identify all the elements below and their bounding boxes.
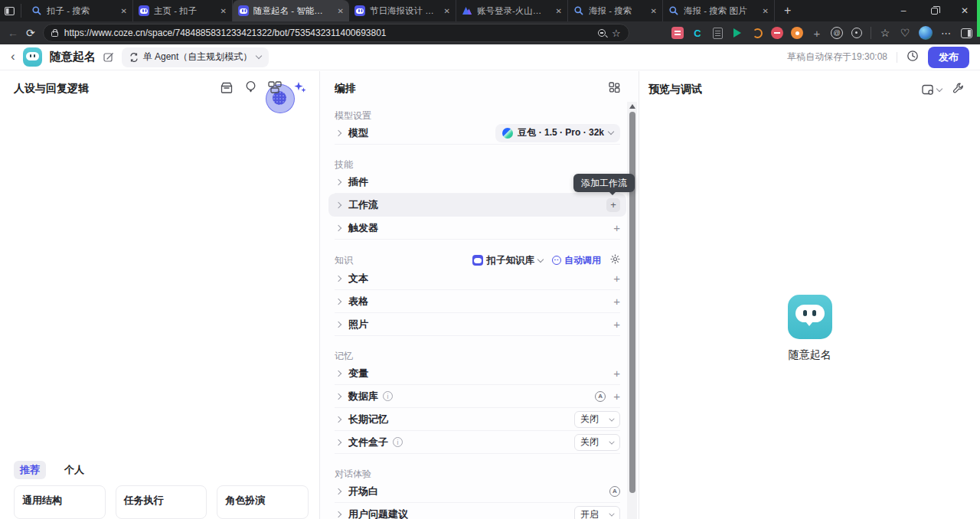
tab-close-icon[interactable]: ✕ (763, 7, 769, 15)
tab-recommend[interactable]: 推荐 (14, 461, 46, 479)
longterm-memory-select[interactable]: 关闭 (574, 411, 620, 428)
add-trigger-button[interactable]: + (613, 222, 620, 233)
reload-button[interactable]: ⟳ (26, 28, 35, 38)
browser-tab[interactable]: 海报 - 搜索 ✕ (568, 0, 663, 21)
extension-glyph-icon[interactable] (851, 27, 863, 39)
collections-icon[interactable]: ☆ (879, 27, 891, 39)
window-restore-button[interactable] (919, 0, 949, 21)
row-knowledge-photo[interactable]: 照片 + (335, 313, 620, 336)
ai-optimize-sparkle-icon[interactable] (293, 80, 307, 94)
browser-tab[interactable]: 账号登录-火山引擎 ✕ (456, 0, 568, 21)
knowledge-base-selector[interactable]: 扣子知识库 (472, 254, 544, 267)
extension-red-icon[interactable] (671, 27, 684, 39)
url-text[interactable]: https://www.coze.cn/space/74848858312334… (64, 28, 592, 38)
add-text-knowledge-button[interactable]: + (613, 273, 620, 284)
avatar-face-tail (805, 322, 813, 330)
workspaces-icon[interactable] (5, 4, 21, 18)
suggestion-select[interactable]: 开启 (574, 506, 620, 519)
auto-invoke-setting[interactable]: 自动调用 (552, 254, 601, 267)
auto-circle-icon[interactable]: A (595, 391, 606, 402)
tab-close-icon[interactable]: ✕ (556, 7, 562, 15)
tab-personal[interactable]: 个人 (58, 461, 90, 479)
auto-circle-icon[interactable]: A (609, 486, 620, 497)
profile-avatar[interactable] (919, 26, 933, 40)
sync-glyph (753, 28, 763, 38)
copilot-sidebar-icon[interactable] (960, 27, 972, 39)
back-button[interactable]: ← (8, 28, 18, 38)
add-variable-button[interactable]: + (613, 367, 620, 379)
more-options-icon[interactable]: ⋯ (940, 27, 952, 39)
tab-close-icon[interactable]: ✕ (444, 7, 450, 15)
grid-compare-icon[interactable] (268, 81, 282, 93)
coze-favicon-icon (354, 5, 365, 16)
row-database[interactable]: 数据库 i A + (335, 385, 620, 408)
add-photo-knowledge-button[interactable]: + (613, 318, 620, 330)
section-model-settings: 模型设置 (335, 109, 620, 122)
app-back-button[interactable]: ‹ (11, 50, 15, 63)
edit-name-icon[interactable] (103, 52, 114, 63)
add-workflow-button[interactable]: + (606, 198, 620, 212)
tab-close-icon[interactable]: ✕ (121, 7, 127, 15)
autosave-status: 草稿自动保存于19:30:08 (787, 51, 887, 64)
favorites-heart-icon[interactable]: ♡ (899, 27, 911, 39)
scrollbar[interactable] (627, 102, 637, 519)
extensions-menu-icon[interactable]: + (811, 27, 823, 39)
browser-tab[interactable]: 节日海报设计 - 智能体 - 扣 ✕ (349, 0, 456, 21)
add-database-button[interactable]: + (613, 390, 620, 402)
agent-mode-selector[interactable]: 单 Agent（自主规划模式） (122, 47, 270, 67)
notes-extension-icon[interactable] (711, 27, 724, 39)
extension-orange-circle-icon[interactable] (791, 27, 803, 39)
sync-extension-icon[interactable] (751, 27, 763, 39)
row-trigger[interactable]: 触发器 + (335, 217, 620, 240)
knowledge-settings-gear-icon[interactable] (610, 253, 620, 267)
prompt-library-icon[interactable] (220, 81, 234, 93)
address-bar[interactable]: https://www.coze.cn/space/74848858312334… (43, 24, 629, 42)
preview-mode-selector[interactable] (922, 84, 942, 96)
row-knowledge-text[interactable]: 文本 + (335, 267, 620, 290)
row-variable[interactable]: 变量 + (335, 362, 620, 385)
tab-close-icon[interactable]: ✕ (220, 7, 227, 15)
publish-button[interactable]: 发布 (928, 47, 969, 68)
row-knowledge-table[interactable]: 表格 + (335, 290, 620, 313)
tab-title: 账号登录-火山引擎 (477, 5, 548, 17)
restore-icon (931, 8, 938, 15)
window-close-button[interactable]: ✕ (949, 0, 980, 21)
chevron-right-icon (335, 393, 341, 399)
debug-wrench-icon[interactable] (952, 82, 965, 97)
window-minimize-button[interactable]: – (888, 0, 919, 21)
row-filebox[interactable]: 文件盒子 i 关闭 (335, 431, 620, 454)
browser-tab-active[interactable]: 随意起名 - 智能体 - 扣子 ✕ (233, 0, 349, 21)
chevron-down-icon (256, 53, 262, 59)
filebox-select[interactable]: 关闭 (574, 434, 620, 451)
new-tab-button[interactable]: + (775, 4, 800, 18)
chevron-right-icon (335, 416, 341, 422)
bookmark-star-icon[interactable]: ☆ (612, 28, 621, 39)
prompt-card[interactable]: 角色扮演 (217, 485, 309, 519)
model-selector[interactable]: 豆包 · 1.5 · Pro · 32k (495, 124, 620, 142)
add-table-knowledge-button[interactable]: + (613, 295, 620, 307)
scrollbar-thumb[interactable] (629, 112, 635, 493)
panel-glyph (961, 28, 972, 38)
version-history-icon[interactable] (906, 50, 919, 65)
extension-red-circle-icon[interactable] (771, 27, 783, 39)
flag-extension-icon[interactable] (731, 27, 743, 39)
prompt-card[interactable]: 通用结构 (14, 485, 106, 519)
chevron-down-icon (537, 256, 544, 262)
row-workflow[interactable]: 工作流 + (328, 194, 626, 217)
scroll-up-arrow-icon[interactable] (629, 104, 635, 109)
row-longterm-memory[interactable]: 长期记忆 关闭 (335, 408, 620, 431)
row-opening-dialog[interactable]: 开场白 A (335, 480, 620, 503)
zoom-out-icon[interactable] (598, 29, 606, 37)
idea-balloon-icon[interactable] (245, 80, 256, 94)
row-model[interactable]: 模型 豆包 · 1.5 · Pro · 32k (335, 122, 620, 145)
layout-blocks-icon[interactable] (609, 82, 620, 96)
extension-c-icon[interactable]: C (691, 27, 704, 39)
browser-tab[interactable]: 海报 - 搜索 图片 ✕ (663, 0, 775, 21)
tab-close-icon[interactable]: ✕ (651, 7, 657, 15)
prompt-card[interactable]: 任务执行 (116, 485, 207, 519)
row-question-suggestion[interactable]: 用户问题建议 开启 (335, 503, 620, 519)
tab-close-icon[interactable]: ✕ (338, 7, 344, 15)
at-extension-icon[interactable]: @ (831, 27, 843, 39)
browser-tab[interactable]: 扣子 - 搜索 ✕ (26, 0, 133, 21)
browser-tab[interactable]: 主页 - 扣子 ✕ (133, 0, 233, 21)
